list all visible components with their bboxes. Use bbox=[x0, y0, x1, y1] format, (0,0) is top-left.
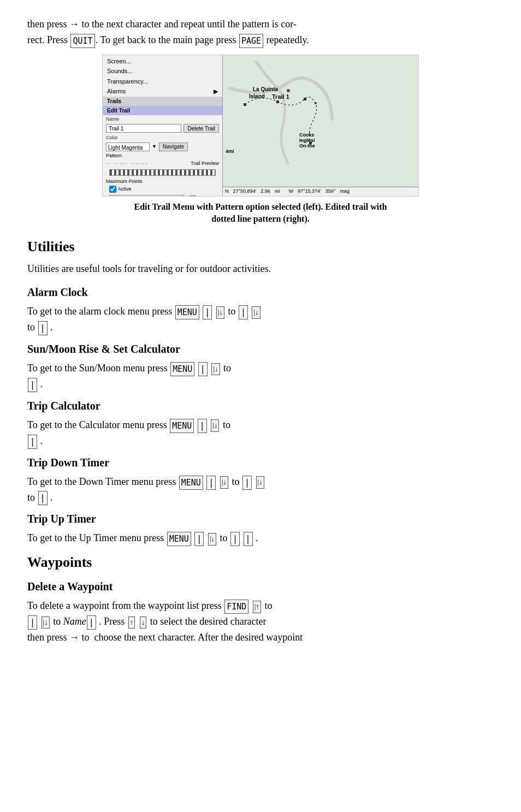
dist-value: 2.96 bbox=[260, 188, 270, 195]
utilities-intro: Utilities are useful tools for traveling… bbox=[27, 262, 494, 276]
dist-unit: mi bbox=[275, 188, 280, 195]
up-arrow-key-wp: |↑ bbox=[253, 601, 261, 613]
menu-sounds: Sounds... bbox=[103, 66, 222, 76]
trail-preview bbox=[109, 169, 216, 176]
key-bar-calc1: | bbox=[198, 419, 207, 433]
up-arrow-key-wp2: ↑ bbox=[128, 617, 135, 629]
key-bar-down3: | bbox=[38, 491, 48, 505]
island-label: Island bbox=[249, 92, 265, 100]
name-label: Name bbox=[103, 115, 222, 123]
right-arrow-1: → bbox=[69, 19, 79, 29]
key-quit: QUIT bbox=[70, 34, 94, 48]
dist-label: 4mi bbox=[226, 148, 234, 156]
screenshot-container: Screen... Sounds... Transparency... Alar… bbox=[27, 55, 494, 197]
alarm-clock-text: To get to the alarm clock menu press MEN… bbox=[27, 304, 494, 335]
key-bar-up2: | bbox=[230, 532, 240, 546]
key-bar-1: | bbox=[203, 305, 212, 319]
bearing-val: 359° bbox=[325, 188, 336, 195]
active-label: Active bbox=[118, 186, 132, 193]
key-bar-down1: | bbox=[206, 476, 216, 490]
n-coord: 27°50.894' bbox=[233, 188, 257, 195]
right-arrow-wp: → bbox=[69, 632, 79, 643]
key-bar-up3: | bbox=[244, 532, 253, 546]
left-panel: Screen... Sounds... Transparency... Alar… bbox=[103, 55, 223, 196]
pattern-dots: ·· ·· ··· ······· bbox=[106, 160, 148, 168]
key-bar-sun1: | bbox=[198, 362, 208, 376]
map-svg bbox=[223, 55, 418, 196]
navigate-btn[interactable]: Navigate bbox=[159, 143, 188, 151]
down-arrow-key-down2: |↓ bbox=[256, 476, 264, 489]
map-view: La Quinta Island Trail 1 Cooks Inglesi O… bbox=[223, 55, 418, 196]
active-row: Active bbox=[106, 185, 219, 194]
pattern-row: Pattern ·· ·· ··· ······· Trail Preview bbox=[103, 152, 222, 177]
max-points-section: Maximum Points Active Visible bbox=[103, 177, 222, 197]
subsection-edit-trail: Edit Trail bbox=[103, 106, 222, 115]
trip-down-text: To get to the Down Timer menu press MENU… bbox=[27, 474, 494, 506]
key-menu-up: MENU bbox=[167, 532, 191, 546]
visible-checkbox[interactable] bbox=[190, 195, 197, 197]
intro-paragraph: then press → to the next character and r… bbox=[27, 16, 494, 48]
sunmoon-title: Sun/Moon Rise & Set Calculator bbox=[27, 341, 494, 357]
svg-rect-3 bbox=[304, 98, 306, 100]
max-points-label: Maximum Points bbox=[106, 178, 219, 186]
trip-up-text: To get to the Up Timer menu press MENU |… bbox=[27, 530, 494, 546]
color-label: Color bbox=[103, 134, 222, 142]
trail-name-input[interactable] bbox=[106, 124, 181, 133]
key-menu-calc: MENU bbox=[170, 419, 194, 433]
down-arrow-key-wp2: ↓ bbox=[140, 617, 147, 629]
name-italic: Name bbox=[63, 616, 86, 627]
max-points-value-row: Visible bbox=[106, 194, 219, 197]
svg-rect-1 bbox=[244, 103, 246, 106]
menu-screen: Screen... bbox=[103, 56, 222, 67]
key-menu-alarm: MENU bbox=[175, 305, 199, 319]
trail-preview-label: Trail Preview bbox=[191, 160, 219, 168]
coords-bar: N 27°50.894' 2.96 mi W 97°15.374' 359° m… bbox=[223, 187, 418, 196]
color-select[interactable]: Light Magenta bbox=[106, 143, 150, 151]
bearing-unit: mag bbox=[340, 188, 350, 195]
down-arrow-key-wp: |↓ bbox=[42, 617, 50, 629]
period-down: . bbox=[50, 492, 53, 503]
down-arrow-key-1: |↓ bbox=[216, 306, 224, 319]
delete-waypoint-title: Delete a Waypoint bbox=[27, 578, 494, 595]
key-bar-sun2: | bbox=[28, 378, 37, 392]
sunmoon-text: To get to the Sun/Moon menu press MENU |… bbox=[27, 360, 494, 392]
waypoints-title: Waypoints bbox=[27, 552, 494, 573]
period-1: . bbox=[50, 322, 53, 333]
trip-calc-title: Trip Calculator bbox=[27, 398, 494, 414]
page-content: then press → to the next character and r… bbox=[27, 16, 494, 645]
key-bar-2: | bbox=[239, 305, 248, 319]
down-arrow-key-2: |↓ bbox=[252, 306, 260, 319]
on-the-label: On-the bbox=[299, 143, 315, 150]
visible-label: Visible bbox=[198, 195, 212, 197]
delete-waypoint-text: To delete a waypoint from the waypoint l… bbox=[27, 598, 494, 645]
down-arrow-key-sun: |↓ bbox=[211, 363, 220, 376]
max-points-input[interactable] bbox=[109, 195, 184, 197]
menu-alarms: Alarms bbox=[103, 86, 222, 97]
menu-transparency: Transparency... bbox=[103, 76, 222, 87]
key-bar-down2: | bbox=[242, 476, 252, 490]
w-coord: 97°15.374' bbox=[298, 188, 321, 195]
utilities-title: Utilities bbox=[27, 236, 494, 257]
trail-name-row: Delete Trail bbox=[103, 123, 222, 134]
svg-point-6 bbox=[315, 102, 317, 104]
section-trails: Trails bbox=[103, 97, 222, 106]
key-find-wp: FIND bbox=[224, 600, 248, 614]
w-label: W bbox=[288, 188, 293, 195]
active-checkbox[interactable] bbox=[109, 186, 116, 193]
period-sun: . bbox=[40, 378, 43, 389]
right-panel: La Quinta Island Trail 1 Cooks Inglesi O… bbox=[223, 55, 418, 196]
key-page: PAGE bbox=[239, 34, 263, 48]
pattern-label: Pattern bbox=[106, 152, 219, 160]
key-bar-calc2: | bbox=[28, 435, 37, 449]
key-bar-3: | bbox=[38, 321, 48, 335]
period-calc: . bbox=[40, 435, 43, 446]
color-select-row: Light Magenta ▼ Navigate bbox=[103, 142, 222, 152]
alarm-clock-title: Alarm Clock bbox=[27, 284, 494, 300]
key-bar-wp2: | bbox=[87, 615, 96, 630]
delete-trail-btn[interactable]: Delete Trail bbox=[183, 124, 219, 133]
down-arrow-key-up: |↓ bbox=[208, 533, 216, 546]
trip-up-title: Trip Up Timer bbox=[27, 511, 494, 527]
down-arrow-key-calc: |↓ bbox=[211, 419, 219, 432]
visible-row: Visible bbox=[186, 195, 216, 197]
key-menu-sun: MENU bbox=[170, 362, 194, 376]
